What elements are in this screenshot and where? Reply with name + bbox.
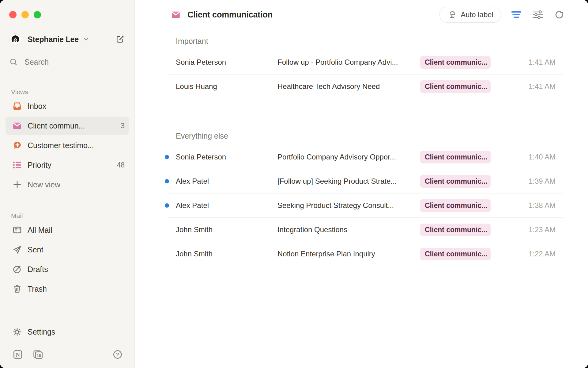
email-subject: Portfolio Company Advisory Oppor... — [277, 153, 420, 161]
sidebar-item-label: Trash — [28, 285, 47, 293]
email-sender: John Smith — [167, 250, 277, 258]
page-title: Client communication — [187, 10, 273, 20]
compose-button[interactable] — [115, 35, 125, 44]
search-placeholder: Search — [24, 58, 49, 67]
filter-button[interactable] — [510, 9, 522, 21]
section-title: Everything else — [167, 127, 564, 145]
mail-section-label: Mail — [6, 210, 129, 220]
label-badge[interactable]: Client communic... — [420, 56, 491, 69]
email-row[interactable]: Alex Patel Seeking Product Strategy Cons… — [167, 194, 564, 218]
email-subject: [Follow up] Seeking Product Strate... — [277, 177, 420, 186]
notion-app-button[interactable]: N — [12, 349, 23, 360]
refresh-button[interactable] — [553, 9, 565, 21]
calendar-app-button[interactable]: 15 — [32, 349, 43, 360]
close-window-button[interactable] — [9, 11, 17, 18]
label-badge[interactable]: Client communic... — [420, 224, 491, 236]
main-panel: Client communication Auto label — [135, 0, 588, 368]
minimize-window-button[interactable] — [21, 11, 29, 18]
account-switcher[interactable]: Stephanie Lee — [6, 33, 129, 46]
auto-label-button[interactable]: Auto label — [439, 7, 501, 23]
drafts-icon — [12, 264, 22, 274]
user-name: Stephanie Lee — [28, 35, 79, 44]
sidebar-item-inbox[interactable]: Inbox — [6, 97, 129, 115]
sidebar-item-drafts[interactable]: Drafts — [6, 260, 129, 278]
sidebar-item-count: 48 — [117, 161, 125, 169]
sidebar-item-new-view[interactable]: New view — [6, 175, 129, 194]
envelope-icon — [12, 121, 22, 131]
views-section-label: Views — [6, 86, 129, 96]
label-badge[interactable]: Client communic... — [420, 248, 491, 260]
email-row[interactable]: Sonia Peterson Portfolio Company Advisor… — [167, 145, 564, 169]
sidebar-item-label: New view — [28, 180, 60, 189]
help-icon: ? — [112, 349, 123, 360]
filter-icon — [511, 11, 522, 19]
email-time: 1:41 AM — [494, 58, 564, 67]
label-badge[interactable]: Client communic... — [420, 199, 491, 212]
sidebar-spacer — [6, 298, 129, 321]
label-badge[interactable]: Client communic... — [420, 80, 491, 93]
plus-icon — [12, 180, 22, 190]
svg-text:?: ? — [116, 352, 119, 357]
email-time: 1:22 AM — [494, 250, 564, 258]
view-header: Client communication Auto label — [135, 0, 588, 29]
app-window: Stephanie Lee Search Views — [0, 0, 588, 368]
auto-label-icon — [447, 10, 457, 20]
zoom-window-button[interactable] — [34, 11, 41, 18]
email-row[interactable]: Louis Huang Healthcare Tech Advisory Nee… — [167, 75, 564, 98]
svg-text:N: N — [16, 351, 20, 358]
email-row[interactable]: Sonia Peterson Follow up - Portfolio Com… — [167, 50, 564, 75]
section-important: Important Sonia Peterson Follow up - Por… — [167, 33, 564, 98]
email-subject: Healthcare Tech Advisory Need — [277, 82, 420, 91]
sidebar-item-all-mail[interactable]: All Mail — [6, 221, 129, 239]
label-badge[interactable]: Client communic... — [420, 175, 491, 188]
search-input[interactable]: Search — [6, 56, 129, 68]
email-sender: Alex Patel — [167, 201, 277, 210]
email-list: Important Sonia Peterson Follow up - Por… — [167, 29, 564, 266]
notion-logo-icon: N — [12, 349, 23, 360]
display-settings-button[interactable] — [532, 9, 544, 21]
email-time: 1:39 AM — [494, 177, 564, 186]
email-subject: Notion Enterprise Plan Inquiry — [277, 250, 420, 258]
header-actions: Auto label — [439, 7, 565, 23]
gear-icon — [12, 327, 22, 337]
email-row[interactable]: John Smith Notion Enterprise Plan Inquir… — [167, 242, 564, 266]
label-badge[interactable]: Client communic... — [420, 151, 491, 163]
svg-text:15: 15 — [37, 353, 41, 358]
sidebar-item-label: Drafts — [28, 265, 48, 274]
sidebar-item-label: Settings — [28, 328, 55, 336]
sidebar-item-label: Sent — [28, 245, 43, 254]
email-sender: Alex Patel — [167, 177, 277, 186]
sidebar-item-label: Inbox — [28, 102, 46, 111]
sliders-icon — [532, 10, 543, 19]
email-subject: Integration Questions — [277, 225, 420, 234]
search-icon — [9, 58, 18, 66]
sidebar-item-settings[interactable]: Settings — [6, 323, 129, 341]
testimonial-icon — [12, 140, 22, 150]
sidebar-item-sent[interactable]: Sent — [6, 240, 129, 259]
window-controls — [6, 0, 129, 18]
email-row[interactable]: Alex Patel [Follow up] Seeking Product S… — [167, 169, 564, 194]
email-time: 1:40 AM — [494, 153, 564, 161]
sidebar-item-trash[interactable]: Trash — [6, 280, 129, 298]
auto-label-button-label: Auto label — [461, 10, 493, 19]
sidebar-footer: N 15 ? — [6, 349, 129, 368]
unread-dot — [165, 203, 169, 208]
sidebar-item-count: 3 — [121, 122, 125, 130]
email-subject: Seeking Product Strategy Consult... — [277, 201, 420, 210]
chevron-down-icon — [82, 36, 90, 43]
email-sender: Louis Huang — [167, 82, 277, 91]
sidebar-item-client-communication[interactable]: Client commun... 3 — [6, 117, 129, 135]
sidebar-item-label: Customer testimo... — [28, 141, 94, 150]
unread-dot — [165, 179, 169, 183]
email-sender: John Smith — [167, 225, 277, 234]
help-button[interactable]: ? — [112, 349, 123, 360]
unread-dot — [165, 155, 169, 159]
priority-icon — [12, 160, 22, 170]
email-time: 1:23 AM — [494, 225, 564, 234]
calendar-icon: 15 — [32, 349, 43, 360]
sidebar-item-priority[interactable]: Priority 48 — [6, 156, 129, 174]
email-row[interactable]: John Smith Integration Questions Client … — [167, 218, 564, 242]
email-sender: Sonia Peterson — [167, 153, 277, 161]
sidebar-item-customer-testimonials[interactable]: Customer testimo... — [6, 136, 129, 155]
compose-icon — [115, 35, 125, 44]
